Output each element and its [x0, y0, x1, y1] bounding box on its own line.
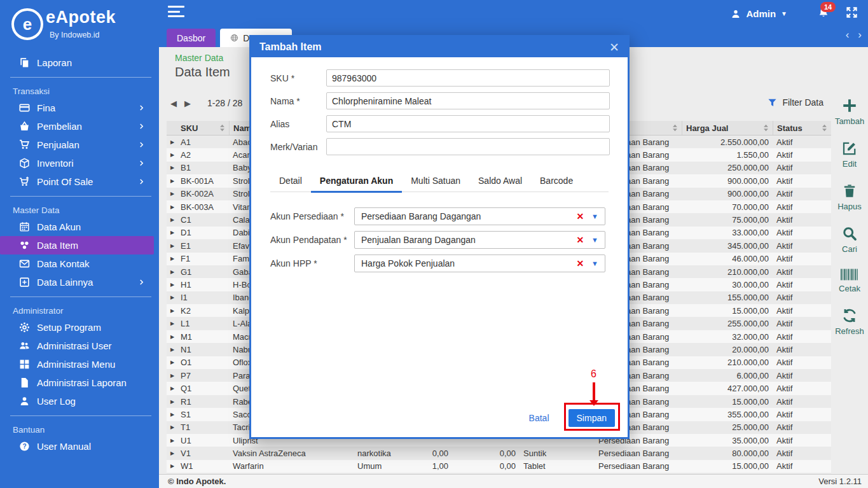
sidebar-item-fina[interactable]: Fina: [0, 99, 159, 117]
caret-down-icon[interactable]: ▼: [591, 213, 598, 220]
page-prev-icon[interactable]: ◀: [170, 99, 177, 108]
clear-icon[interactable]: ✕: [576, 235, 584, 245]
gear-icon: [19, 322, 30, 333]
caret-down-icon[interactable]: ▼: [591, 236, 598, 244]
tab-dasbor[interactable]: Dasbor: [167, 29, 216, 47]
row-expand-icon[interactable]: ▶: [167, 450, 177, 456]
sidebar-item-label: User Manual: [37, 441, 159, 452]
column-header-harga[interactable]: Harga Jual: [682, 121, 773, 135]
sidebar-item-data-kontak[interactable]: Data Kontak: [0, 254, 159, 273]
caret-down-icon[interactable]: ▼: [591, 260, 598, 267]
sidebar-item-administrasi-laporan[interactable]: Administrasi Laporan: [0, 373, 159, 392]
row-expand-icon[interactable]: ▶: [167, 139, 177, 145]
close-icon[interactable]: ✕: [609, 41, 619, 53]
sidebar-item-administrasi-menu[interactable]: Administrasi Menu: [0, 355, 159, 373]
cell-status: Aktif: [773, 137, 831, 147]
row-expand-icon[interactable]: ▶: [167, 243, 177, 249]
modal-tab-barcode[interactable]: Barcode: [531, 171, 582, 192]
row-expand-icon[interactable]: ▶: [167, 424, 177, 430]
sidebar-item-data-akun[interactable]: Data Akun: [0, 218, 159, 236]
cell-sku: BK-001A: [177, 176, 229, 186]
akun-hpp-select[interactable]: Harga Pokok Penjualan✕▼: [354, 254, 605, 272]
row-expand-icon[interactable]: ▶: [167, 334, 177, 340]
row-expand-icon[interactable]: ▶: [167, 191, 177, 197]
page-next-icon[interactable]: ▶: [184, 99, 191, 108]
cari-button[interactable]: Cari: [842, 226, 857, 254]
row-expand-icon[interactable]: ▶: [167, 321, 177, 326]
sidebar-item-user-log[interactable]: User Log: [0, 392, 159, 410]
sidebar-item-laporan[interactable]: Laporan: [0, 53, 159, 72]
cell-akun: Persediaan Barang: [595, 449, 682, 458]
row-expand-icon[interactable]: ▶: [167, 463, 177, 469]
hapus-button[interactable]: Hapus: [837, 183, 862, 211]
cell-status: Aktif: [773, 397, 831, 407]
sidebar-item-administrasi-user[interactable]: Administrasi User: [0, 337, 159, 355]
row-expand-icon[interactable]: ▶: [167, 295, 177, 300]
row-expand-icon[interactable]: ▶: [167, 359, 177, 365]
row-expand-icon[interactable]: ▶: [167, 217, 177, 223]
row-expand-icon[interactable]: ▶: [167, 204, 177, 210]
tab-scroll-left-icon[interactable]: ‹: [846, 29, 850, 40]
fullscreen-button[interactable]: [846, 6, 858, 21]
modal-tab-pengaturan-akun[interactable]: Pengaturan Akun: [311, 171, 402, 192]
modal-tab-multi-satuan[interactable]: Multi Satuan: [402, 171, 469, 192]
box-icon: [19, 158, 30, 169]
row-expand-icon[interactable]: ▶: [167, 438, 177, 443]
row-expand-icon[interactable]: ▶: [167, 165, 177, 171]
cell-harga: 30.000,00: [682, 280, 773, 289]
akun-pendapatan-select[interactable]: Penjualan Barang Dagangan✕▼: [354, 231, 605, 249]
alias-input[interactable]: [326, 115, 610, 132]
hamburger-menu-icon[interactable]: [168, 6, 184, 20]
row-expand-icon[interactable]: ▶: [167, 269, 177, 275]
row-expand-icon[interactable]: ▶: [167, 152, 177, 158]
tambah-button[interactable]: Tambah: [835, 98, 864, 126]
sidebar-item-inventori[interactable]: Inventori: [0, 154, 159, 172]
row-expand-icon[interactable]: ▶: [167, 347, 177, 352]
row-expand-icon[interactable]: ▶: [167, 373, 177, 379]
sidebar-item-penjualan[interactable]: Penjualan: [0, 136, 159, 154]
row-expand-icon[interactable]: ▶: [167, 256, 177, 261]
clear-icon[interactable]: ✕: [576, 258, 584, 268]
cetak-button[interactable]: Cetak: [839, 268, 860, 293]
column-header-status[interactable]: Status: [773, 121, 831, 135]
sku-input[interactable]: [326, 69, 610, 87]
simpan-button[interactable]: Simpan: [568, 409, 615, 427]
filter-data-button[interactable]: Filter Data: [768, 97, 823, 108]
merk-varian-input[interactable]: [326, 138, 610, 155]
sidebar-item-data-lainnya[interactable]: Data Lainnya: [0, 273, 159, 291]
sidebar-item-setup-program[interactable]: Setup Program: [0, 318, 159, 337]
notifications-button[interactable]: 14: [818, 7, 829, 21]
clear-icon[interactable]: ✕: [576, 211, 584, 221]
sidebar-item-label: Setup Program: [37, 322, 159, 333]
user-menu[interactable]: Admin ▼: [731, 8, 787, 19]
sidebar-item-pembelian[interactable]: Pembelian: [0, 117, 159, 136]
sidebar-item-user-manual[interactable]: ?User Manual: [0, 437, 159, 456]
modal-tab-detail[interactable]: Detail: [270, 171, 311, 192]
plus-square-icon: [19, 277, 30, 288]
row-expand-icon[interactable]: ▶: [167, 412, 177, 417]
cell-status: Aktif: [773, 163, 831, 172]
column-header-sku[interactable]: SKU: [177, 121, 229, 135]
batal-button[interactable]: Batal: [529, 413, 549, 423]
row-expand-icon[interactable]: ▶: [167, 178, 177, 184]
row-expand-icon[interactable]: ▶: [167, 399, 177, 405]
sidebar-item-data-item[interactable]: Data Item: [0, 236, 154, 254]
sidebar-item-label: Data Kontak: [37, 258, 159, 269]
modal-tab-saldo-awal[interactable]: Saldo Awal: [469, 171, 531, 192]
action-label: Cari: [842, 244, 857, 254]
row-expand-icon[interactable]: ▶: [167, 282, 177, 288]
nama-input[interactable]: [326, 92, 610, 109]
row-expand-icon[interactable]: ▶: [167, 386, 177, 391]
table-row[interactable]: ▶V1Vaksin AstraZenecanarkotika0,000,00Su…: [167, 447, 831, 459]
akun-persediaan-select[interactable]: Persediaan Barang Dagangan✕▼: [354, 207, 605, 225]
table-row[interactable]: ▶W1WarfarinUmum1,000,00TabletPersediaan …: [167, 460, 831, 473]
edit-button[interactable]: Edit: [842, 141, 857, 169]
row-expand-icon[interactable]: ▶: [167, 308, 177, 314]
row-expand-icon[interactable]: ▶: [167, 230, 177, 235]
card-icon: [19, 102, 30, 113]
cell-sku: I1: [177, 293, 229, 302]
trash-icon: [842, 183, 857, 199]
sidebar-item-point-of-sale[interactable]: Point Of Sale: [0, 172, 159, 191]
refresh-button[interactable]: Refresh: [835, 308, 864, 336]
tab-scroll-right-icon[interactable]: ›: [858, 29, 862, 40]
